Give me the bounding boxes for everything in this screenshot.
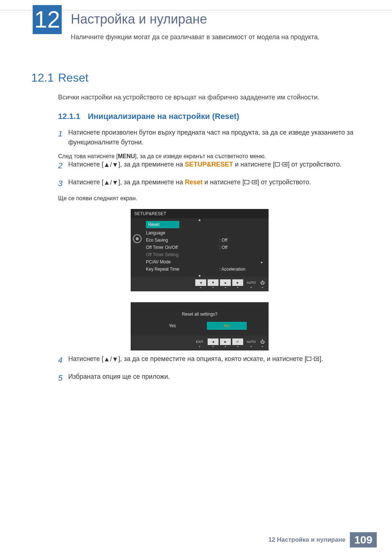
step-1: 1 Натиснете произволен бутон върху предн… xyxy=(58,128,359,147)
osd-item-language: Language xyxy=(144,229,266,237)
step-2: 2 Натиснете [▲/▼], за да преминете на SE… xyxy=(58,160,359,172)
step-5: 5 Избраната опция ще се приложи. xyxy=(58,372,359,384)
power-icon: ⏻ xyxy=(259,339,266,344)
chapter-title: Настройка и нулиране xyxy=(71,12,207,27)
step-1-text: Натиснете произволен бутон върху преднат… xyxy=(68,128,359,147)
svg-rect-4 xyxy=(307,357,311,361)
gear-icon xyxy=(133,234,142,243)
setup-reset-keyword: SETUP&RESET xyxy=(185,161,233,168)
svg-rect-0 xyxy=(275,163,279,166)
osd-item-eco: Eco Saving: Off xyxy=(144,237,266,244)
svg-rect-2 xyxy=(245,180,249,184)
choice-yes: Yes xyxy=(152,322,192,330)
osd-item-pcav: PC/AV Mode▸ xyxy=(144,258,266,266)
auto-label: AUTO xyxy=(245,340,258,344)
subsection-number: 12.1.1 xyxy=(58,112,80,121)
section-number: 12.1 xyxy=(31,71,54,85)
reset-keyword: Reset xyxy=(185,178,203,186)
chevron-right-icon: ▸ xyxy=(261,260,263,264)
nav-down-icon: ▼ xyxy=(208,279,219,286)
osd-menu: SETUP&RESET ▲ Reset Language Eco Saving:… xyxy=(131,209,269,291)
step-3: 3 Натиснете [▲/▼], за да преминете на Re… xyxy=(58,177,359,189)
chapter-number: 12 xyxy=(33,5,62,34)
enter-source-icon xyxy=(275,160,288,170)
scroll-up-icon: ▲ xyxy=(198,218,201,222)
section-desc: Всички настройки на устройството се връщ… xyxy=(58,94,359,101)
nav-right-icon: ► xyxy=(232,279,243,286)
footer-text: 12 Настройка и нулиране xyxy=(268,536,346,543)
chapter-intro: Наличните функции могат да се различават… xyxy=(71,33,319,41)
step-4: 4 Натиснете [▲/▼], за да се преместите н… xyxy=(58,354,359,366)
steps-list: 1 Натиснете произволен бутон върху предн… xyxy=(58,128,359,390)
osd-item-timer-setting: Off Timer Setting xyxy=(144,251,266,258)
page-footer: 12 Настройка и нулиране 109 xyxy=(0,532,392,547)
nav-right-icon: ► xyxy=(220,338,231,345)
confirm-prompt: Reset all settings? xyxy=(131,310,269,322)
step-3-sub: Ще се появи следният екран. xyxy=(58,195,359,202)
auto-label: AUTO xyxy=(245,281,258,284)
choice-no: No xyxy=(207,322,247,330)
menu-label: MENU xyxy=(118,153,135,159)
osd-menu-illustration: SETUP&RESET ▲ Reset Language Eco Saving:… xyxy=(131,209,359,350)
osd-item-repeat: Key Repeat Time: Acceleration xyxy=(144,266,266,273)
osd-button-bar: ◄ ▼ ▲ ► AUTO ⏻ ▾▾▾▾▾▾ xyxy=(131,277,269,291)
exit-label: EXIT xyxy=(193,340,206,344)
osd-item-reset: Reset xyxy=(144,220,266,229)
osd-confirm-dialog: Reset all settings? Yes No EXIT ◄ ► ↵ AU… xyxy=(131,302,269,350)
subsection-title: Инициализиране на настройки (Reset) xyxy=(88,112,239,121)
osd-item-timer: Off Timer On/Off: Off xyxy=(144,244,266,251)
osd-header: SETUP&RESET xyxy=(131,209,269,218)
osd-confirm-bar: EXIT ◄ ► ↵ AUTO ⏻ ▾▾▾▾▾▾ xyxy=(131,336,269,350)
power-icon: ⏻ xyxy=(259,280,266,285)
chapter-badge: 12 xyxy=(33,5,62,34)
enter-icon: ↵ xyxy=(232,338,243,345)
nav-up-icon: ▲ xyxy=(220,279,231,286)
step-5-text: Избраната опция ще се приложи. xyxy=(68,372,359,384)
up-down-icon: ▲/▼ xyxy=(103,160,118,170)
up-down-icon: ▲/▼ xyxy=(103,178,118,188)
step-1-sub: След това натиснете [MENU], за да се изв… xyxy=(58,153,359,160)
nav-left-icon: ◄ xyxy=(195,279,206,286)
nav-left-icon: ◄ xyxy=(208,338,219,345)
up-down-icon: ▲/▼ xyxy=(103,354,118,364)
enter-source-icon xyxy=(306,354,319,364)
page-number: 109 xyxy=(350,532,377,547)
enter-source-icon xyxy=(244,178,257,188)
section-title: Reset xyxy=(58,71,89,85)
